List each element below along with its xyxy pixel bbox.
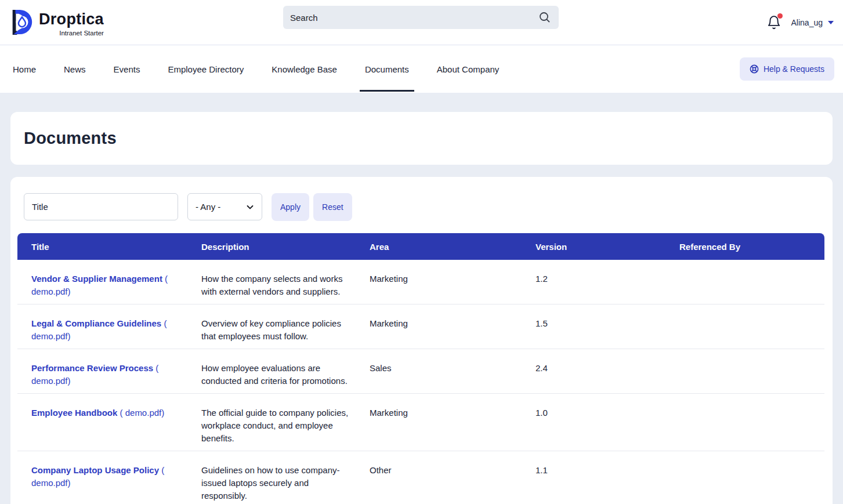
document-link[interactable]: Vendor & Supplier Management ( demo.pdf) (31, 274, 168, 296)
document-link[interactable]: Performance Review Process ( demo.pdf) (31, 363, 158, 386)
chevron-down-icon (246, 203, 254, 211)
area-filter-value: - Any - (196, 202, 220, 212)
help-requests-button[interactable]: Help & Requests (740, 57, 834, 81)
chevron-down-icon (828, 21, 834, 24)
area-filter-select[interactable]: - Any - (187, 193, 262, 220)
documents-table: Title Description Area Version Reference… (17, 233, 824, 504)
help-requests-label: Help & Requests (764, 64, 824, 74)
column-header-referenced-by: Referenced By (679, 233, 824, 260)
document-referenced-by (679, 260, 824, 304)
top-header: Droptica Intranet Starter Alina_ug (0, 0, 843, 45)
page-title-card: Documents (10, 112, 833, 165)
search-icon[interactable] (538, 10, 552, 24)
nav-item-about-company[interactable]: About Company (432, 47, 505, 92)
nav-item-events[interactable]: Events (108, 47, 146, 92)
document-description: How the company selects and works with e… (201, 260, 370, 304)
column-header-version: Version (536, 233, 679, 260)
document-area: Sales (370, 349, 536, 394)
table-row: Employee Handbook ( demo.pdf) The offici… (17, 394, 824, 451)
document-link[interactable]: Employee Handbook ( demo.pdf) (31, 408, 164, 418)
main-content: Documents - Any - Apply Reset Tit (0, 93, 843, 504)
search-bar[interactable] (283, 6, 559, 29)
document-link[interactable]: Company Laptop Usage Policy ( demo.pdf) (31, 465, 164, 488)
table-row: Company Laptop Usage Policy ( demo.pdf) … (17, 451, 824, 504)
table-header-row: Title Description Area Version Reference… (17, 233, 824, 260)
nav-item-home[interactable]: Home (8, 47, 41, 92)
unread-notification-dot (777, 13, 783, 19)
brand-logo[interactable]: Droptica Intranet Starter (0, 8, 104, 37)
document-version: 1.0 (536, 394, 679, 451)
table-row: Performance Review Process ( demo.pdf) H… (17, 349, 824, 394)
help-icon (750, 64, 759, 74)
document-link[interactable]: Legal & Compliance Guidelines ( demo.pdf… (31, 318, 167, 341)
brand-tagline: Intranet Starter (59, 30, 104, 37)
document-version: 2.4 (536, 349, 679, 394)
nav-item-employee-directory[interactable]: Employee Directory (162, 47, 249, 92)
main-navigation: Home News Events Employee Directory Know… (0, 45, 843, 93)
document-description: Overview of key compliance policies that… (201, 304, 370, 349)
table-row: Legal & Compliance Guidelines ( demo.pdf… (17, 304, 824, 349)
document-description: The official guide to company policies, … (201, 394, 370, 451)
column-header-description: Description (201, 233, 370, 260)
document-area: Marketing (370, 394, 536, 451)
brand-name: Droptica (39, 9, 104, 29)
title-filter-input[interactable] (24, 193, 178, 220)
document-description: Guidelines on how to use company-issued … (201, 451, 370, 504)
document-description: How employee evaluations are conducted a… (201, 349, 370, 394)
column-header-area: Area (370, 233, 536, 260)
document-area: Other (370, 451, 536, 504)
reset-button[interactable]: Reset (313, 193, 352, 221)
user-name: Alina_ug (791, 18, 823, 27)
page-title: Documents (24, 129, 819, 148)
document-area: Marketing (370, 260, 536, 304)
column-header-title: Title (17, 233, 201, 260)
document-version: 1.1 (536, 451, 679, 504)
nav-item-documents[interactable]: Documents (360, 47, 414, 92)
droptica-logo-icon (8, 8, 35, 36)
filters-bar: - Any - Apply Reset (24, 193, 826, 221)
search-input[interactable] (290, 13, 538, 23)
document-referenced-by (679, 349, 824, 394)
documents-card: - Any - Apply Reset Title Description Ar… (10, 177, 833, 504)
document-area: Marketing (370, 304, 536, 349)
table-row: Vendor & Supplier Management ( demo.pdf)… (17, 260, 824, 304)
apply-button[interactable]: Apply (272, 193, 309, 221)
nav-item-knowledge-base[interactable]: Knowledge Base (266, 47, 342, 92)
document-version: 1.2 (536, 260, 679, 304)
document-referenced-by (679, 304, 824, 349)
document-version: 1.5 (536, 304, 679, 349)
notifications-bell-icon[interactable] (766, 15, 782, 30)
table-body: Vendor & Supplier Management ( demo.pdf)… (17, 260, 824, 504)
nav-item-news[interactable]: News (59, 47, 91, 92)
document-referenced-by (679, 394, 824, 451)
document-referenced-by (679, 451, 824, 504)
user-menu[interactable]: Alina_ug (791, 18, 834, 27)
